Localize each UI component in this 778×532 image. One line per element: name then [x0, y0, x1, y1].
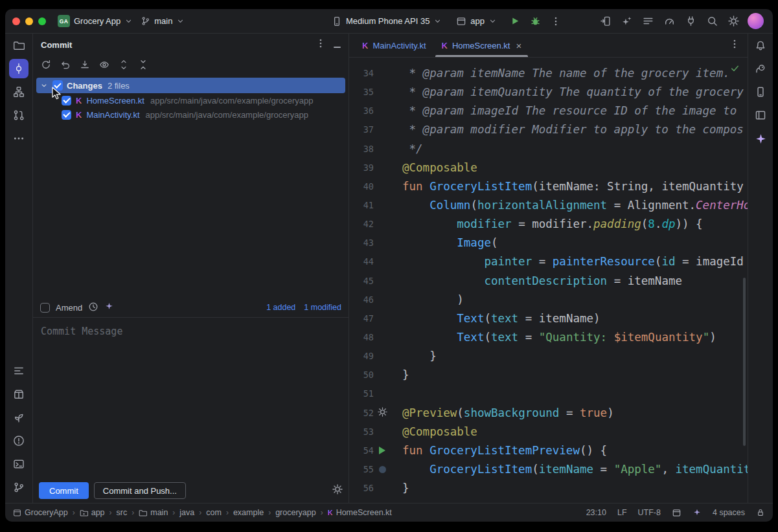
refresh-icon[interactable]: [39, 58, 53, 72]
structure-icon[interactable]: [9, 82, 29, 102]
code-line[interactable]: 57: [349, 498, 748, 503]
rollback-icon[interactable]: [58, 58, 73, 72]
commit-button[interactable]: Commit: [39, 482, 89, 499]
code-line[interactable]: 49 }: [349, 347, 748, 366]
code-line[interactable]: 34 * @param itemName The name of the gro…: [349, 64, 748, 83]
zoom-window-button[interactable]: [38, 17, 46, 25]
code-line[interactable]: 52@Preview(showBackground = true): [349, 404, 748, 423]
more-run-actions-icon[interactable]: [549, 14, 563, 28]
code-line[interactable]: 38 */: [349, 140, 748, 159]
code-line[interactable]: 51: [349, 384, 748, 403]
code-line[interactable]: 43 Image(: [349, 234, 748, 252]
indent-setting[interactable]: 4 spaces: [713, 508, 745, 517]
code-line[interactable]: 42 modifier = modifier.padding(8.dp)) {: [349, 215, 748, 234]
breadcrumb-item[interactable]: groceryapp: [275, 508, 316, 517]
gradle-icon[interactable]: [751, 59, 770, 78]
breadcrumb-item[interactable]: GroceryApp: [13, 508, 68, 517]
editor-tabs-menu-icon[interactable]: [729, 39, 740, 52]
device-manager-icon[interactable]: [751, 82, 770, 102]
logcat-toolbar-icon[interactable]: [641, 14, 655, 28]
ai-status-sparkle-icon[interactable]: [692, 508, 702, 517]
close-window-button[interactable]: [12, 17, 20, 25]
changes-node[interactable]: Changes 2 files: [36, 78, 345, 93]
run-preview-icon[interactable]: [379, 447, 385, 454]
app-inspection-icon[interactable]: [9, 408, 29, 427]
gutter-slot[interactable]: [374, 460, 391, 479]
commit-history-clock-icon[interactable]: [88, 302, 98, 314]
code-editor[interactable]: 34 * @param itemName The name of the gro…: [349, 58, 748, 503]
code-line[interactable]: 55 GroceryListItem(itemName = "Apple", i…: [349, 460, 748, 479]
device-selector[interactable]: Medium Phone API 35: [328, 14, 446, 28]
code-line[interactable]: 45 contentDescription = itemName: [349, 272, 748, 291]
tab-homescreen[interactable]: K HomeScreen.kt ×: [434, 34, 530, 57]
inspections-status-icon[interactable]: [730, 60, 740, 79]
close-tab-icon[interactable]: ×: [516, 41, 521, 50]
user-avatar[interactable]: [748, 13, 764, 29]
code-line[interactable]: 37 * @param modifier Modifier to apply t…: [349, 120, 748, 139]
code-line[interactable]: 50}: [349, 366, 748, 384]
gutter-slot[interactable]: [374, 441, 391, 460]
more-tool-windows-icon[interactable]: [9, 129, 29, 148]
code-line[interactable]: 47 Text(text = itemName): [349, 309, 748, 328]
gutter-slot[interactable]: [374, 404, 391, 423]
terminal-icon[interactable]: [9, 454, 29, 474]
code-line[interactable]: 46 ): [349, 291, 748, 309]
project-folder-icon[interactable]: [9, 36, 29, 55]
project-selector[interactable]: GA Grocery App: [54, 13, 137, 29]
collapse-all-icon[interactable]: [136, 58, 150, 72]
device-connection-icon[interactable]: [683, 14, 698, 28]
show-diff-eye-icon[interactable]: [97, 58, 111, 72]
commit-icon[interactable]: [9, 59, 29, 78]
shelve-icon[interactable]: [78, 58, 92, 72]
profiler-icon[interactable]: [662, 14, 676, 28]
notifications-bell-icon[interactable]: [751, 36, 770, 55]
preview-indicator-icon[interactable]: [379, 466, 386, 473]
amend-checkbox[interactable]: [40, 303, 50, 313]
ai-assistant-icon[interactable]: [619, 14, 634, 28]
changed-file-row[interactable]: KMainActivity.ktapp/src/main/java/com/ex…: [33, 107, 349, 122]
commit-settings-gear-icon[interactable]: [332, 484, 343, 497]
breadcrumb-item[interactable]: main: [139, 508, 168, 517]
branch-selector[interactable]: main: [137, 14, 189, 28]
file-encoding[interactable]: UTF-8: [638, 508, 661, 517]
chevron-down-icon[interactable]: [40, 82, 49, 89]
tab-mainactivity[interactable]: K MainActivity.kt: [354, 34, 434, 57]
problems-icon[interactable]: [9, 431, 29, 450]
commit-message-input[interactable]: [33, 317, 349, 478]
expand-all-icon[interactable]: [117, 58, 131, 72]
hide-panel-icon[interactable]: [334, 39, 341, 50]
code-line[interactable]: 44 painter = painterResource(id = imageI…: [349, 252, 748, 271]
pull-requests-icon[interactable]: [9, 105, 29, 125]
ai-commit-message-icon[interactable]: [104, 302, 114, 313]
line-separator[interactable]: LF: [617, 508, 627, 517]
code-line[interactable]: 48 Text(text = "Quantity: $itemQuantity"…: [349, 328, 748, 347]
code-line[interactable]: 53@Composable: [349, 423, 748, 441]
run-button[interactable]: [507, 14, 521, 28]
breadcrumb-item[interactable]: example: [233, 508, 264, 517]
commit-and-push-button[interactable]: Commit and Push...: [94, 482, 186, 499]
version-control-icon[interactable]: [9, 478, 29, 497]
breadcrumb-item[interactable]: app: [80, 508, 105, 517]
breadcrumb-item[interactable]: java: [179, 508, 194, 517]
gemini-sparkle-icon[interactable]: [751, 129, 770, 148]
readonly-lock-icon[interactable]: [756, 508, 765, 517]
device-mirroring-icon[interactable]: [598, 14, 612, 28]
cursor-position[interactable]: 23:10: [586, 508, 606, 517]
running-devices-icon[interactable]: [751, 105, 770, 125]
code-line[interactable]: 35 * @param itemQuantity The quantity of…: [349, 83, 748, 102]
code-line[interactable]: 54fun GroceryListItemPreview() {: [349, 441, 748, 460]
editor-scrollbar[interactable]: [743, 278, 746, 446]
code-line[interactable]: 40fun GroceryListItem(itemName: String, …: [349, 177, 748, 196]
file-checkbox[interactable]: [62, 110, 71, 120]
settings-gear-icon[interactable]: [726, 14, 740, 28]
packages-icon[interactable]: [9, 384, 29, 404]
preview-settings-gear-icon[interactable]: [378, 404, 387, 423]
run-config-selector[interactable]: app: [452, 14, 501, 28]
breadcrumb-item[interactable]: com: [206, 508, 222, 517]
editor-panel-icon[interactable]: [672, 508, 681, 518]
search-icon[interactable]: [705, 14, 719, 28]
code-line[interactable]: 56}: [349, 479, 748, 498]
minimize-window-button[interactable]: [25, 17, 33, 25]
code-line[interactable]: 39@Composable: [349, 159, 748, 177]
code-line[interactable]: 41 Column(horizontalAlignment = Alignmen…: [349, 196, 748, 215]
